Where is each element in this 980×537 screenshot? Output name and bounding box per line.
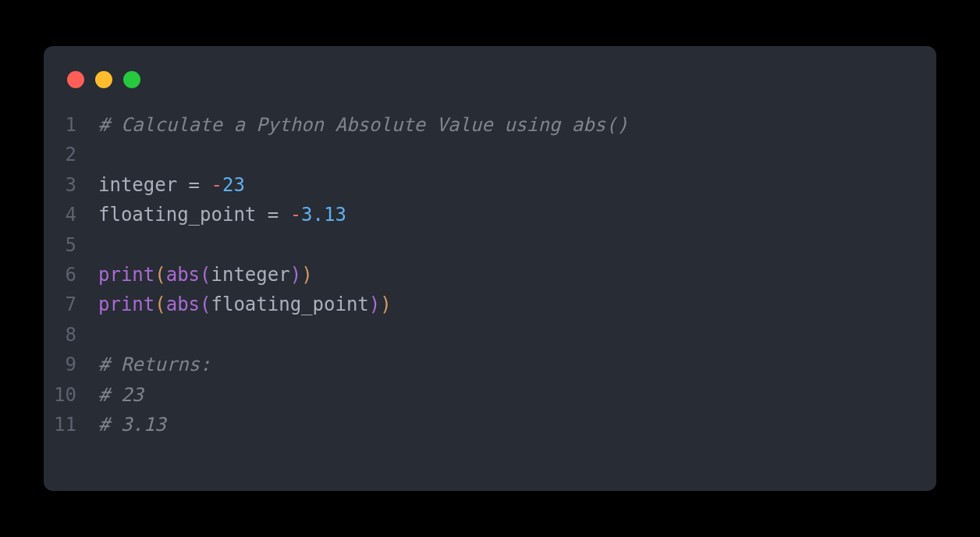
code-token: integer: [98, 174, 189, 196]
code-token: 3.13: [301, 204, 346, 226]
line-content[interactable]: # 3.13: [98, 410, 166, 439]
code-line[interactable]: 2: [44, 140, 936, 169]
line-number: 3: [44, 170, 98, 200]
close-icon[interactable]: [67, 71, 84, 88]
code-line[interactable]: 10# 23: [44, 380, 936, 410]
line-content[interactable]: integer = -23: [98, 170, 245, 200]
line-content[interactable]: # 23: [98, 380, 144, 410]
line-content[interactable]: print(abs(integer)): [98, 260, 313, 290]
code-token: # 3.13: [98, 414, 166, 436]
line-number: 11: [44, 410, 98, 439]
line-content[interactable]: [98, 230, 109, 260]
code-token: -: [211, 174, 222, 196]
code-token: =: [268, 204, 279, 226]
code-token: ): [290, 264, 301, 286]
code-token: ): [301, 264, 312, 286]
code-token: print: [98, 293, 154, 315]
code-token: 23: [222, 174, 245, 196]
code-token: (: [200, 264, 211, 286]
code-token: abs: [166, 293, 200, 315]
code-line[interactable]: 3integer = -23: [44, 170, 936, 200]
code-token: abs: [166, 264, 200, 286]
code-token: floating_point: [98, 204, 268, 226]
line-number: 9: [44, 350, 98, 379]
code-line[interactable]: 11# 3.13: [44, 410, 936, 439]
line-number: 5: [44, 230, 98, 260]
line-number: 8: [44, 320, 98, 350]
code-area[interactable]: 1# Calculate a Python Absolute Value usi…: [44, 110, 936, 439]
code-token: (: [200, 293, 211, 315]
code-line[interactable]: 7print(abs(floating_point)): [44, 290, 936, 319]
code-editor-window: 1# Calculate a Python Absolute Value usi…: [44, 46, 936, 491]
maximize-icon[interactable]: [123, 71, 140, 88]
line-content[interactable]: [98, 320, 109, 350]
code-line[interactable]: 9# Returns:: [44, 350, 936, 379]
code-line[interactable]: 5: [44, 230, 936, 260]
code-line[interactable]: 8: [44, 320, 936, 350]
line-number: 1: [44, 110, 98, 140]
code-token: ): [380, 293, 391, 315]
minimize-icon[interactable]: [95, 71, 112, 88]
line-number: 10: [44, 380, 98, 410]
code-token: -: [290, 204, 301, 226]
line-number: 7: [44, 290, 98, 319]
code-token: print: [98, 264, 154, 286]
code-line[interactable]: 6print(abs(integer)): [44, 260, 936, 290]
code-line[interactable]: 1# Calculate a Python Absolute Value usi…: [44, 110, 936, 140]
code-token: # 23: [98, 384, 144, 406]
line-number: 6: [44, 260, 98, 290]
window-controls: [44, 65, 936, 110]
code-token: [200, 174, 211, 196]
line-number: 2: [44, 140, 98, 169]
code-token: floating_point: [211, 293, 369, 315]
line-content[interactable]: print(abs(floating_point)): [98, 290, 392, 319]
line-number: 4: [44, 200, 98, 229]
code-token: integer: [211, 264, 290, 286]
code-token: (: [154, 293, 165, 315]
code-token: (: [154, 264, 165, 286]
code-token: [279, 204, 289, 226]
line-content[interactable]: # Returns:: [98, 350, 211, 379]
code-token: =: [189, 174, 200, 196]
code-line[interactable]: 4floating_point = -3.13: [44, 200, 936, 229]
code-token: ): [369, 293, 380, 315]
code-token: # Returns:: [98, 354, 211, 375]
line-content[interactable]: # Calculate a Python Absolute Value usin…: [98, 110, 628, 140]
code-token: # Calculate a Python Absolute Value usin…: [98, 114, 628, 136]
line-content[interactable]: floating_point = -3.13: [98, 200, 346, 229]
line-content[interactable]: [98, 140, 109, 169]
